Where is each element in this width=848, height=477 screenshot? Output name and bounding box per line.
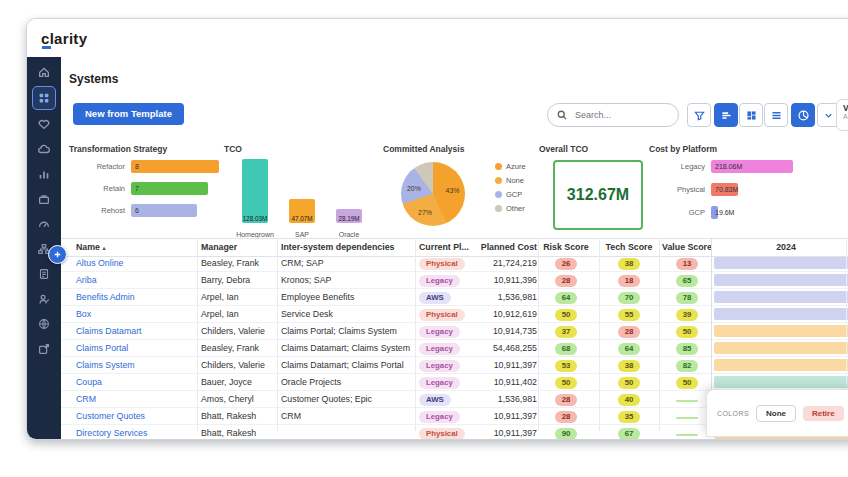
dependencies-cell: Customer Quotes; Epic — [281, 391, 372, 407]
search-input[interactable] — [573, 109, 670, 121]
col-header-name[interactable]: Name ▴ — [76, 239, 105, 255]
bar[interactable]: 70.83M — [711, 183, 738, 196]
pie-icon — [797, 109, 810, 122]
system-name-link[interactable]: Altus Online — [76, 255, 123, 271]
pie-chart[interactable] — [401, 162, 465, 226]
col-header-planned-cost[interactable]: Planned Cost — [457, 239, 537, 255]
platform-cell: Legacy — [419, 272, 460, 288]
col-header-year-2024[interactable]: 2024 — [713, 239, 848, 255]
system-name-link[interactable]: Directory Services — [76, 425, 147, 440]
dependencies-cell: Service Desk — [281, 306, 333, 322]
list-view-button[interactable] — [764, 103, 788, 127]
timeline-bar[interactable] — [714, 257, 848, 269]
table-row[interactable]: Claims Datamart Childers, Valerie Claims… — [61, 323, 848, 340]
bar-value: 70.83M — [715, 183, 738, 196]
sidebar-item-analytics[interactable] — [34, 165, 54, 183]
bar[interactable]: 8 — [131, 160, 219, 173]
table-row[interactable]: Ariba Barry, Debra Kronos; SAP Legacy 10… — [61, 272, 848, 289]
filter-button[interactable] — [687, 103, 711, 127]
timeline-bar[interactable] — [714, 342, 848, 354]
gantt-view-button[interactable] — [714, 103, 738, 127]
bar[interactable]: 128.03M — [242, 159, 268, 223]
view-selector-clipped[interactable]: V A — [836, 99, 848, 131]
table-row[interactable]: Benefits Admin Arpel, Ian Employee Benef… — [61, 289, 848, 306]
sidebar-item-forms[interactable] — [34, 265, 54, 283]
value-score-badge — [676, 434, 698, 436]
risk-score-badge: 90 — [555, 428, 577, 440]
chart-cost-by-platform[interactable]: Cost by Platform Legacy 218.06M Physical… — [649, 142, 809, 238]
charts-toggle-button[interactable] — [791, 103, 815, 127]
search-icon — [556, 109, 568, 121]
col-header-tech-score[interactable]: Tech Score — [602, 239, 656, 255]
add-row-button[interactable] — [48, 245, 67, 264]
sidebar-item-systems[interactable] — [32, 86, 56, 110]
chart-tco[interactable]: TCO 128.03MHomegrown47.07MSAP28.19MOracl… — [224, 142, 379, 238]
bar-label: SAP — [280, 231, 324, 238]
system-name-link[interactable]: Claims Datamart — [76, 323, 142, 339]
system-name-link[interactable]: CRM — [76, 391, 96, 407]
new-from-template-button[interactable]: New from Template — [73, 103, 184, 125]
bar-label: GCP — [649, 206, 705, 219]
bar[interactable]: 7 — [131, 182, 208, 195]
search-box[interactable] — [547, 103, 679, 127]
bar-value: 28.19M — [338, 215, 359, 222]
chart-transformation-strategy[interactable]: Transformation Strategy Refactor 8 Retai… — [69, 142, 221, 238]
board-view-button[interactable] — [739, 103, 763, 127]
bar[interactable]: 6 — [131, 204, 197, 217]
timeline-bar[interactable] — [714, 376, 848, 388]
timeline-bar[interactable] — [714, 291, 848, 303]
bar-value: 128.03M — [243, 215, 268, 222]
bar[interactable]: 28.19M — [336, 209, 362, 223]
sidebar-item-settings[interactable] — [34, 315, 54, 333]
timeline-bar[interactable] — [714, 359, 848, 371]
dependencies-cell: Claims Portal; Claims System — [281, 323, 397, 339]
system-name-link[interactable]: Benefits Admin — [76, 289, 135, 305]
bar[interactable]: 218.06M — [711, 160, 793, 173]
table-row[interactable]: Claims System Childers, Valerie Claims D… — [61, 357, 848, 374]
table-row[interactable]: Altus Online Beasley, Frank CRM; SAP Phy… — [61, 255, 848, 272]
table-row[interactable]: Box Arpel, Ian Service Desk Physical 10,… — [61, 306, 848, 323]
sidebar-item-portfolio[interactable] — [34, 190, 54, 208]
system-name-link[interactable]: Claims System — [76, 357, 135, 373]
sidebar-item-dashboards[interactable] — [34, 215, 54, 233]
home-icon — [37, 65, 51, 79]
manager-cell: Bauer, Joyce — [201, 374, 252, 390]
col-header-manager[interactable]: Manager — [201, 239, 237, 255]
timeline-bar[interactable] — [714, 274, 848, 286]
timeline-bar[interactable] — [714, 325, 848, 337]
platform-badge: AWS — [419, 292, 451, 304]
bar[interactable]: 47.07M — [289, 199, 315, 223]
timeline-bar[interactable] — [714, 308, 848, 320]
system-name-link[interactable]: Coupa — [76, 374, 102, 390]
page-title: Systems — [69, 72, 118, 86]
tech-score-badge: 18 — [618, 275, 640, 287]
dependencies-cell: Oracle Projects — [281, 374, 341, 390]
chart-cost-by-clipped[interactable]: Cost by AzureNoneGCP — [801, 142, 848, 238]
bar[interactable]: 19.6M — [711, 206, 718, 219]
manager-cell: Childers, Valerie — [201, 323, 265, 339]
bar-value: 218.06M — [715, 160, 742, 173]
sidebar-item-export[interactable] — [34, 340, 54, 358]
clarity-logo: clarity — [41, 30, 87, 47]
sidebar-item-cloud[interactable] — [34, 140, 54, 158]
sidebar-item-home[interactable] — [34, 63, 54, 81]
system-name-link[interactable]: Box — [76, 306, 91, 322]
legend-dot-icon — [495, 191, 502, 198]
system-name-link[interactable]: Ariba — [76, 272, 97, 288]
col-header-value-score[interactable]: Value Score — [660, 239, 714, 255]
chart-committed-analysis[interactable]: Committed Analysis 43%Azure27%None20%GCP… — [383, 142, 543, 238]
color-option-none[interactable]: None — [756, 405, 796, 422]
bar-label: Oracle — [327, 231, 371, 238]
col-header-dependencies[interactable]: Inter-system dependencies — [281, 239, 394, 255]
col-header-risk-score[interactable]: Risk Score — [539, 239, 593, 255]
sidebar-item-health[interactable] — [34, 115, 54, 133]
planned-cost-cell: 1,536,981 — [457, 391, 537, 407]
color-option-retire[interactable]: Retire — [803, 406, 844, 421]
sidebar-item-resources[interactable] — [34, 290, 54, 308]
table-row[interactable]: Claims Portal Beasley, Frank Claims Data… — [61, 340, 848, 357]
risk-score-badge: 28 — [555, 394, 577, 406]
case-icon — [37, 192, 51, 206]
system-name-link[interactable]: Customer Quotes — [76, 408, 145, 424]
system-name-link[interactable]: Claims Portal — [76, 340, 128, 356]
tech-score-cell: 67 — [602, 425, 656, 440]
